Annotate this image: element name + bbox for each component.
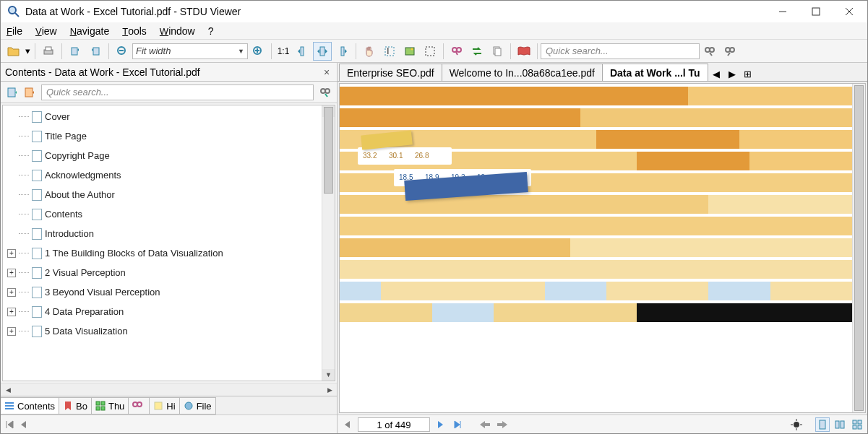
expand-icon[interactable]: +	[7, 327, 16, 336]
search-prev-icon[interactable]	[721, 42, 739, 61]
menu-tools[interactable]: Tools	[122, 25, 147, 37]
document-tab[interactable]: Welcome to In...08a68ca1ee.pdf	[442, 64, 603, 81]
close-button[interactable]	[833, 1, 866, 22]
single-page-view-icon[interactable]	[815, 417, 830, 432]
contents-tree[interactable]: CoverTitle PageCopyright PageAcknowledgm…	[3, 105, 322, 381]
svg-rect-42	[101, 407, 105, 410]
menu-window[interactable]: Window	[160, 25, 195, 37]
page-indicator[interactable]: 1 of 449	[358, 417, 430, 432]
document-tab[interactable]: Enterprise SEO.pdf	[339, 64, 442, 81]
tree-item-label: Copyright Page	[45, 150, 110, 161]
brightness-icon[interactable]	[789, 417, 804, 432]
expand-icon[interactable]: +	[7, 269, 16, 277]
sidebar-close-icon[interactable]: ×	[321, 66, 332, 78]
tree-item[interactable]: Acknowledgments	[3, 165, 322, 185]
snapshot-icon[interactable]	[400, 42, 419, 61]
prev-page-icon[interactable]	[17, 417, 31, 432]
menu-navigate[interactable]: Navigate	[70, 25, 110, 37]
tree-item[interactable]: Cover	[3, 107, 322, 126]
chart-bar	[340, 217, 852, 235]
sidebar-tab[interactable]	[128, 397, 150, 415]
expand-icon[interactable]: +	[7, 288, 16, 297]
rotate-right-icon[interactable]	[86, 42, 105, 61]
svg-rect-55	[853, 420, 856, 424]
search-next-icon[interactable]	[700, 42, 719, 61]
svg-rect-41	[96, 407, 100, 410]
tree-item[interactable]: +4 Data Preparation	[3, 302, 322, 321]
sidebar-tab[interactable]: File	[179, 397, 216, 415]
copy-icon[interactable]	[488, 42, 507, 61]
history-back-icon[interactable]	[478, 417, 492, 432]
chart-bar	[596, 130, 740, 149]
viewer-scrollbar[interactable]	[852, 84, 865, 412]
sidebar-tab[interactable]: Hi	[149, 397, 179, 415]
maximize-button[interactable]	[799, 1, 833, 22]
expand-icon[interactable]: +	[7, 249, 16, 258]
tab-grid-icon[interactable]: ⊞	[741, 66, 755, 81]
svg-point-24	[457, 48, 461, 52]
sidebar-tab[interactable]: Thu	[91, 397, 129, 415]
sidebar-scrollbar[interactable]: ▲ ▼	[322, 105, 335, 381]
tree-item[interactable]: Introduction	[3, 224, 322, 243]
pager-bar: 1 of 449	[338, 415, 867, 433]
tree-item[interactable]: +3 Beyond Visual Perception	[3, 282, 322, 302]
tree-item[interactable]: Contents	[3, 204, 322, 224]
zoom-select[interactable]: Fit width▼	[132, 43, 248, 59]
menu-view[interactable]: View	[35, 25, 57, 37]
chart-bar	[570, 238, 852, 257]
pager-next-icon[interactable]	[433, 417, 447, 432]
fit-width-left-icon[interactable]	[293, 42, 311, 61]
chart-bar	[739, 130, 852, 149]
sidebar-hscroll[interactable]: ◀▶	[1, 383, 337, 396]
tree-item[interactable]: +1 The Building Blocks of Data Visualiza…	[3, 243, 322, 263]
toggle-icon[interactable]	[468, 42, 486, 61]
first-page-icon[interactable]	[2, 417, 17, 432]
chart-bar	[688, 87, 852, 105]
collapse-all-icon[interactable]	[21, 84, 38, 101]
tree-item[interactable]: Title Page	[3, 126, 322, 146]
tree-item[interactable]: +2 Visual Perception	[3, 263, 322, 282]
quick-search-input[interactable]: Quick search...	[541, 43, 700, 59]
history-fwd-icon[interactable]	[495, 417, 510, 432]
zoom-out-icon[interactable]	[113, 42, 132, 61]
sidebar-tab[interactable]: Contents	[1, 397, 59, 415]
page-viewport[interactable]: 33.230.126.818.518.919.31919.5	[340, 84, 852, 412]
rotate-left-icon[interactable]	[66, 42, 85, 61]
tree-item[interactable]: Copyright Page	[3, 146, 322, 165]
find-icon[interactable]	[447, 42, 466, 61]
menu-file[interactable]: File	[7, 25, 22, 37]
minimize-button[interactable]	[766, 1, 799, 22]
pager-last-icon[interactable]	[450, 417, 465, 432]
open-icon[interactable]	[4, 42, 23, 61]
bookmark-icon	[63, 401, 73, 411]
print-icon[interactable]	[39, 42, 58, 61]
svg-rect-32	[8, 88, 15, 97]
zoom-ratio-label[interactable]: 1:1	[275, 42, 291, 61]
expand-all-icon[interactable]	[4, 84, 21, 101]
fit-page-icon[interactable]	[313, 42, 332, 61]
fit-width-right-icon[interactable]	[333, 42, 352, 61]
page-icon	[32, 150, 42, 162]
tree-item[interactable]: +5 Data Visualization	[3, 321, 322, 341]
menu-help[interactable]: ?	[208, 25, 214, 37]
book-icon[interactable]	[515, 42, 533, 61]
sidebar-search-go-icon[interactable]	[317, 84, 334, 101]
tab-scroll-left-icon[interactable]: ◀	[709, 66, 723, 81]
grid-view-icon[interactable]	[850, 417, 864, 432]
select-tool-icon[interactable]: I	[380, 42, 399, 61]
sidebar-search-input[interactable]: Quick search...	[41, 84, 314, 100]
sidebar-tab[interactable]: Bo	[59, 397, 92, 415]
chart-bar	[580, 108, 852, 127]
main-toolbar: ▾ Fit width▼ 1:1 I Quick search...	[1, 40, 867, 63]
expand-icon[interactable]: +	[7, 308, 16, 316]
tree-item[interactable]: About the Author	[3, 185, 322, 204]
tab-scroll-right-icon[interactable]: ▶	[725, 66, 739, 81]
marquee-icon[interactable]	[421, 42, 439, 61]
document-tab[interactable]: Data at Work ...l Tu	[602, 64, 708, 81]
chart-bar	[637, 303, 852, 322]
pager-prev-icon[interactable]	[340, 417, 355, 432]
open-dropdown[interactable]: ▾	[25, 42, 31, 61]
zoom-in-icon[interactable]	[249, 42, 267, 61]
two-page-view-icon[interactable]	[833, 417, 847, 432]
hand-tool-icon[interactable]	[360, 42, 379, 61]
